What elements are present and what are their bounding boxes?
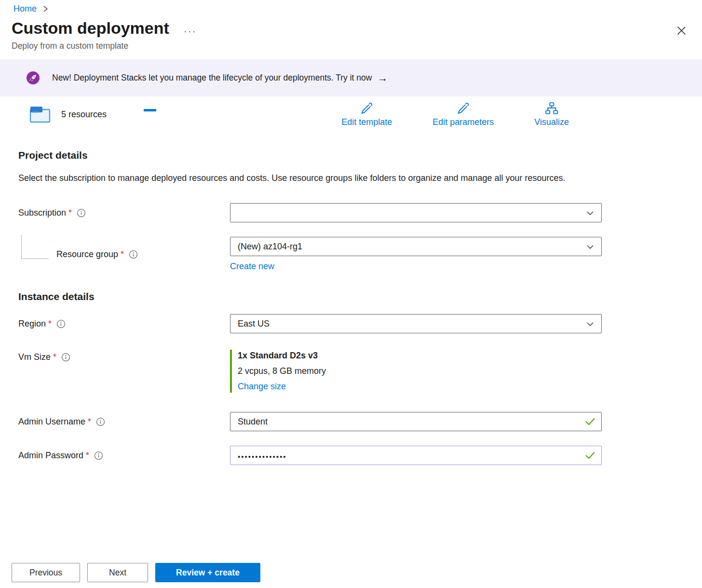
project-details-heading: Project details: [18, 150, 602, 161]
resource-group-label: Resource group: [56, 249, 118, 260]
chevron-down-icon: [586, 244, 594, 250]
breadcrumb-chevron-icon: [42, 5, 49, 13]
required-asterisk: *: [121, 249, 124, 260]
required-asterisk: *: [53, 352, 56, 362]
project-details-description: Select the subscription to manage deploy…: [18, 170, 578, 186]
next-button[interactable]: Next: [87, 563, 148, 582]
admin-password-label: Admin Password: [18, 451, 83, 461]
info-icon[interactable]: [61, 353, 70, 362]
pencil-icon: [456, 101, 471, 116]
region-row: Region * East US: [18, 314, 602, 333]
vm-size-specs: 2 vcpus, 8 GB memory: [238, 366, 602, 376]
region-value: East US: [238, 319, 270, 329]
pencil-icon: [359, 101, 375, 116]
admin-password-row: Admin Password *: [18, 446, 602, 465]
field-connector-line: [21, 235, 49, 259]
change-size-link[interactable]: Change size: [238, 382, 286, 392]
instance-details-heading: Instance details: [18, 291, 602, 302]
region-label: Region: [18, 319, 46, 329]
resource-group-value: (New) az104-rg1: [238, 242, 302, 252]
arrow-right-icon[interactable]: →: [378, 72, 388, 84]
template-bar: 5 resources Edit template Edit parameter…: [29, 101, 569, 127]
edit-parameters-label: Edit parameters: [432, 117, 494, 127]
page-title: Custom deployment: [12, 19, 169, 38]
resource-count-label: 5 resources: [61, 109, 107, 120]
required-asterisk: *: [86, 451, 89, 461]
vm-size-summary: 1x Standard D2s v3 2 vcpus, 8 GB memory …: [230, 350, 602, 393]
create-new-link[interactable]: Create new: [230, 261, 274, 272]
resource-group-row: Resource group * (New) az104-rg1 Create …: [18, 237, 602, 272]
announcement-banner: New! Deployment Stacks let you manage th…: [0, 59, 702, 96]
page-header: Custom deployment ···: [0, 14, 702, 39]
resource-group-dropdown[interactable]: (New) az104-rg1: [230, 237, 602, 256]
breadcrumb: Home: [0, 0, 702, 14]
required-asterisk: *: [88, 417, 91, 427]
required-asterisk: *: [68, 208, 72, 218]
admin-username-input[interactable]: [230, 412, 602, 431]
clipped-text-fragment: [144, 109, 156, 111]
region-dropdown[interactable]: East US: [230, 314, 602, 333]
valid-check-icon: [585, 417, 595, 426]
visualize-button[interactable]: Visualize: [534, 101, 569, 127]
banner-message: New! Deployment Stacks let you manage th…: [52, 73, 372, 83]
vm-size-label: Vm Size: [18, 352, 51, 362]
breadcrumb-home-link[interactable]: Home: [14, 4, 37, 14]
previous-button[interactable]: Previous: [12, 563, 80, 582]
resources-icon: [29, 105, 51, 123]
visualize-icon: [544, 101, 559, 116]
close-icon: [676, 26, 687, 36]
info-icon[interactable]: [77, 208, 86, 218]
form-content: Project details Select the subscription …: [0, 150, 702, 465]
info-icon[interactable]: [56, 319, 66, 328]
more-options-icon[interactable]: ···: [184, 20, 197, 37]
chevron-down-icon: [586, 210, 594, 217]
subscription-label: Subscription: [18, 208, 66, 218]
vm-size-selection: 1x Standard D2s v3: [238, 351, 602, 361]
info-icon[interactable]: [129, 250, 138, 259]
chevron-down-icon: [586, 321, 594, 328]
valid-check-icon: [585, 451, 595, 460]
admin-username-label: Admin Username: [18, 417, 85, 427]
edit-parameters-button[interactable]: Edit parameters: [432, 101, 494, 127]
admin-password-input[interactable]: [230, 446, 602, 465]
close-button[interactable]: [674, 23, 689, 39]
info-icon[interactable]: [94, 451, 103, 460]
subscription-dropdown[interactable]: [230, 203, 602, 222]
page-subtitle: Deploy from a custom template: [12, 41, 702, 51]
visualize-label: Visualize: [534, 117, 569, 127]
required-asterisk: *: [48, 319, 52, 329]
vm-size-row: Vm Size * 1x Standard D2s v3 2 vcpus, 8 …: [18, 350, 602, 393]
subscription-row: Subscription *: [18, 203, 602, 222]
template-resource-tile: 5 resources: [29, 101, 107, 123]
wizard-footer: Previous Next Review + create: [12, 563, 260, 582]
review-create-button[interactable]: Review + create: [155, 563, 260, 582]
edit-template-label: Edit template: [341, 117, 392, 127]
template-actions: Edit template Edit parameters Visualize: [341, 101, 569, 127]
edit-template-button[interactable]: Edit template: [341, 101, 392, 127]
admin-username-row: Admin Username *: [18, 412, 602, 431]
info-icon[interactable]: [96, 417, 105, 426]
rocket-icon: [27, 71, 40, 84]
